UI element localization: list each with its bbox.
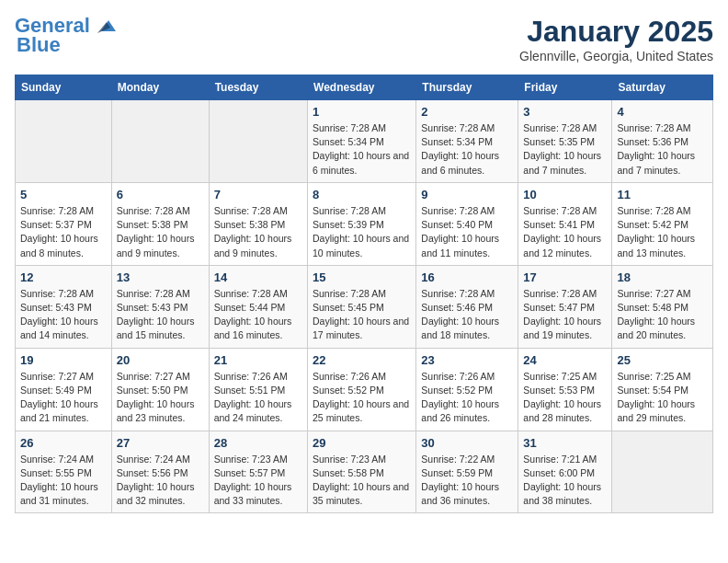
day-number: 4 bbox=[617, 105, 708, 119]
weekday-cell: Thursday bbox=[416, 75, 518, 100]
day-info: Sunrise: 7:26 AMSunset: 5:51 PMDaylight:… bbox=[214, 370, 302, 426]
calendar-day-cell: 20Sunrise: 7:27 AMSunset: 5:50 PMDayligh… bbox=[111, 348, 209, 431]
calendar-day-cell: 21Sunrise: 7:26 AMSunset: 5:51 PMDayligh… bbox=[209, 348, 307, 431]
day-info: Sunrise: 7:21 AMSunset: 6:00 PMDaylight:… bbox=[523, 453, 607, 509]
calendar-day-cell: 9Sunrise: 7:28 AMSunset: 5:40 PMDaylight… bbox=[416, 182, 518, 265]
calendar-week-row: 12Sunrise: 7:28 AMSunset: 5:43 PMDayligh… bbox=[16, 265, 713, 348]
calendar-day-cell bbox=[209, 100, 307, 183]
day-number: 25 bbox=[617, 353, 708, 367]
calendar-day-cell: 18Sunrise: 7:27 AMSunset: 5:48 PMDayligh… bbox=[612, 265, 713, 348]
weekday-cell: Saturday bbox=[612, 75, 713, 100]
day-number: 7 bbox=[214, 188, 302, 201]
calendar-day-cell bbox=[111, 100, 209, 183]
title-block: January 2025 Glennville, Georgia, United… bbox=[519, 15, 713, 63]
day-info: Sunrise: 7:28 AMSunset: 5:43 PMDaylight:… bbox=[117, 287, 204, 343]
day-number: 13 bbox=[117, 270, 204, 284]
calendar-day-cell: 14Sunrise: 7:28 AMSunset: 5:44 PMDayligh… bbox=[209, 265, 307, 348]
day-info: Sunrise: 7:28 AMSunset: 5:43 PMDaylight:… bbox=[20, 287, 107, 343]
calendar-day-cell bbox=[612, 431, 713, 513]
day-number: 10 bbox=[523, 188, 607, 201]
calendar-day-cell: 3Sunrise: 7:28 AMSunset: 5:35 PMDaylight… bbox=[518, 100, 612, 183]
calendar-day-cell: 29Sunrise: 7:23 AMSunset: 5:58 PMDayligh… bbox=[308, 431, 416, 513]
calendar-day-cell: 19Sunrise: 7:27 AMSunset: 5:49 PMDayligh… bbox=[16, 348, 112, 431]
calendar-day-cell: 4Sunrise: 7:28 AMSunset: 5:36 PMDaylight… bbox=[612, 100, 713, 183]
page-header: General Blue January 2025 Glennville, Ge… bbox=[15, 15, 713, 63]
day-info: Sunrise: 7:24 AMSunset: 5:56 PMDaylight:… bbox=[117, 453, 204, 509]
day-info: Sunrise: 7:28 AMSunset: 5:36 PMDaylight:… bbox=[617, 121, 708, 178]
day-info: Sunrise: 7:28 AMSunset: 5:34 PMDaylight:… bbox=[313, 121, 411, 178]
day-info: Sunrise: 7:25 AMSunset: 5:54 PMDaylight:… bbox=[617, 370, 708, 426]
calendar-day-cell: 24Sunrise: 7:25 AMSunset: 5:53 PMDayligh… bbox=[518, 348, 612, 431]
day-number: 8 bbox=[313, 188, 411, 201]
day-info: Sunrise: 7:28 AMSunset: 5:45 PMDaylight:… bbox=[313, 287, 411, 343]
day-number: 23 bbox=[421, 353, 513, 367]
calendar-day-cell: 6Sunrise: 7:28 AMSunset: 5:38 PMDaylight… bbox=[111, 182, 209, 265]
day-number: 11 bbox=[617, 188, 708, 201]
day-info: Sunrise: 7:28 AMSunset: 5:35 PMDaylight:… bbox=[523, 121, 607, 178]
weekday-cell: Tuesday bbox=[209, 75, 307, 100]
day-number: 29 bbox=[313, 436, 411, 450]
day-number: 22 bbox=[313, 353, 411, 367]
day-number: 31 bbox=[523, 436, 607, 450]
calendar-day-cell: 30Sunrise: 7:22 AMSunset: 5:59 PMDayligh… bbox=[416, 431, 518, 513]
weekday-cell: Sunday bbox=[16, 75, 112, 100]
day-info: Sunrise: 7:28 AMSunset: 5:46 PMDaylight:… bbox=[421, 287, 513, 343]
day-info: Sunrise: 7:28 AMSunset: 5:47 PMDaylight:… bbox=[523, 287, 607, 343]
calendar-title: January 2025 bbox=[519, 15, 713, 49]
calendar-day-cell: 10Sunrise: 7:28 AMSunset: 5:41 PMDayligh… bbox=[518, 182, 612, 265]
day-info: Sunrise: 7:28 AMSunset: 5:40 PMDaylight:… bbox=[421, 204, 513, 260]
day-info: Sunrise: 7:24 AMSunset: 5:55 PMDaylight:… bbox=[20, 453, 107, 509]
day-number: 18 bbox=[617, 270, 708, 284]
day-info: Sunrise: 7:28 AMSunset: 5:39 PMDaylight:… bbox=[313, 204, 411, 260]
calendar-day-cell: 27Sunrise: 7:24 AMSunset: 5:56 PMDayligh… bbox=[111, 431, 209, 513]
calendar-subtitle: Glennville, Georgia, United States bbox=[519, 49, 713, 63]
logo: General Blue bbox=[15, 15, 118, 57]
calendar-day-cell: 7Sunrise: 7:28 AMSunset: 5:38 PMDaylight… bbox=[209, 182, 307, 265]
day-number: 21 bbox=[214, 353, 302, 367]
day-number: 16 bbox=[421, 270, 513, 284]
day-info: Sunrise: 7:22 AMSunset: 5:59 PMDaylight:… bbox=[421, 453, 513, 509]
day-number: 6 bbox=[117, 188, 204, 201]
day-info: Sunrise: 7:28 AMSunset: 5:34 PMDaylight:… bbox=[421, 121, 513, 178]
day-info: Sunrise: 7:28 AMSunset: 5:37 PMDaylight:… bbox=[20, 204, 107, 260]
calendar-day-cell: 5Sunrise: 7:28 AMSunset: 5:37 PMDaylight… bbox=[16, 182, 112, 265]
weekday-cell: Friday bbox=[518, 75, 612, 100]
day-number: 26 bbox=[20, 436, 107, 450]
calendar-week-row: 1Sunrise: 7:28 AMSunset: 5:34 PMDaylight… bbox=[16, 100, 713, 183]
day-number: 5 bbox=[20, 188, 107, 201]
day-number: 12 bbox=[20, 270, 107, 284]
day-info: Sunrise: 7:28 AMSunset: 5:38 PMDaylight:… bbox=[214, 204, 302, 260]
day-info: Sunrise: 7:28 AMSunset: 5:44 PMDaylight:… bbox=[214, 287, 302, 343]
day-info: Sunrise: 7:27 AMSunset: 5:49 PMDaylight:… bbox=[20, 370, 107, 426]
calendar-week-row: 26Sunrise: 7:24 AMSunset: 5:55 PMDayligh… bbox=[16, 431, 713, 513]
calendar-day-cell: 17Sunrise: 7:28 AMSunset: 5:47 PMDayligh… bbox=[518, 265, 612, 348]
day-info: Sunrise: 7:28 AMSunset: 5:42 PMDaylight:… bbox=[617, 204, 708, 260]
day-number: 28 bbox=[214, 436, 302, 450]
day-info: Sunrise: 7:27 AMSunset: 5:50 PMDaylight:… bbox=[117, 370, 204, 426]
calendar-day-cell: 15Sunrise: 7:28 AMSunset: 5:45 PMDayligh… bbox=[308, 265, 416, 348]
day-info: Sunrise: 7:28 AMSunset: 5:41 PMDaylight:… bbox=[523, 204, 607, 260]
day-number: 30 bbox=[421, 436, 513, 450]
day-number: 2 bbox=[421, 105, 513, 119]
day-info: Sunrise: 7:23 AMSunset: 5:58 PMDaylight:… bbox=[313, 453, 411, 509]
calendar-day-cell: 26Sunrise: 7:24 AMSunset: 5:55 PMDayligh… bbox=[16, 431, 112, 513]
day-number: 24 bbox=[523, 353, 607, 367]
day-number: 1 bbox=[313, 105, 411, 119]
calendar-day-cell: 31Sunrise: 7:21 AMSunset: 6:00 PMDayligh… bbox=[518, 431, 612, 513]
calendar-day-cell: 28Sunrise: 7:23 AMSunset: 5:57 PMDayligh… bbox=[209, 431, 307, 513]
calendar-week-row: 5Sunrise: 7:28 AMSunset: 5:37 PMDaylight… bbox=[16, 182, 713, 265]
calendar-day-cell: 23Sunrise: 7:26 AMSunset: 5:52 PMDayligh… bbox=[416, 348, 518, 431]
day-info: Sunrise: 7:25 AMSunset: 5:53 PMDaylight:… bbox=[523, 370, 607, 426]
day-number: 20 bbox=[117, 353, 204, 367]
calendar-day-cell: 2Sunrise: 7:28 AMSunset: 5:34 PMDaylight… bbox=[416, 100, 518, 183]
calendar-day-cell bbox=[16, 100, 112, 183]
day-number: 9 bbox=[421, 188, 513, 201]
day-number: 27 bbox=[117, 436, 204, 450]
day-info: Sunrise: 7:26 AMSunset: 5:52 PMDaylight:… bbox=[313, 370, 411, 426]
logo-icon bbox=[97, 18, 118, 35]
calendar-day-cell: 13Sunrise: 7:28 AMSunset: 5:43 PMDayligh… bbox=[111, 265, 209, 348]
calendar-day-cell: 1Sunrise: 7:28 AMSunset: 5:34 PMDaylight… bbox=[308, 100, 416, 183]
weekday-header-row: SundayMondayTuesdayWednesdayThursdayFrid… bbox=[16, 75, 713, 100]
calendar-day-cell: 25Sunrise: 7:25 AMSunset: 5:54 PMDayligh… bbox=[612, 348, 713, 431]
day-number: 19 bbox=[20, 353, 107, 367]
